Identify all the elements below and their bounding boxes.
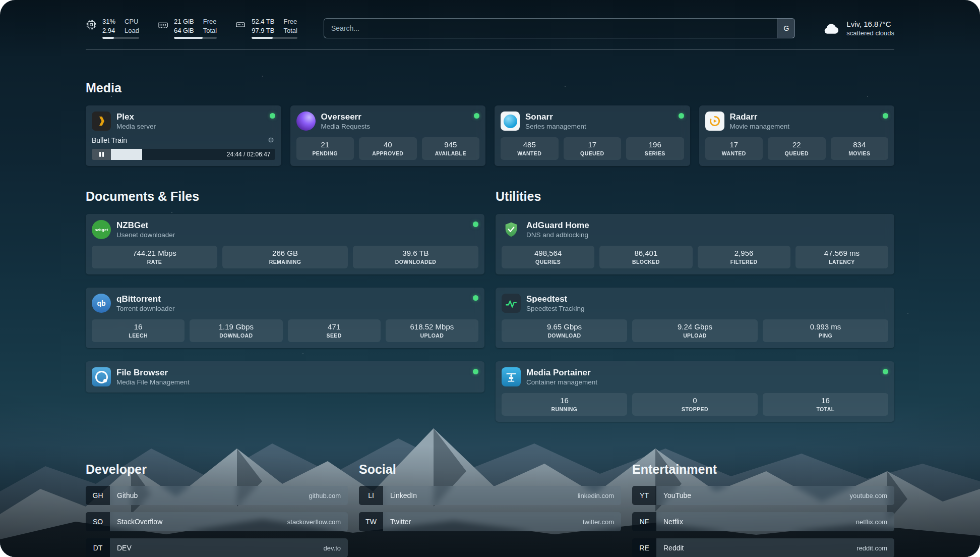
disk-free-value: 52.4 TB (252, 17, 274, 26)
bookmark-stackoverflow[interactable]: SO StackOverflow stackoverflow.com (86, 512, 348, 531)
nzbget-app-link[interactable]: nzbget NZBGet Usenet downloader (92, 220, 175, 239)
topbar: 31% CPU 2.94 Load (86, 0, 894, 39)
pause-button[interactable] (92, 149, 111, 160)
bookmark-youtube[interactable]: YT YouTube youtube.com (632, 486, 894, 505)
bookmark-url: linkedin.com (578, 492, 614, 499)
disk-icon (235, 19, 246, 32)
topbar-divider (86, 49, 894, 49)
bookmark-abbr: RE (632, 538, 656, 557)
stat: 9.24 Gbps UPLOAD (632, 319, 758, 342)
weather-location: Lviv, 16.87°C (846, 19, 894, 29)
cpu-progress-bar (102, 37, 139, 39)
portainer-app-link[interactable]: Media Portainer Container management (502, 367, 597, 386)
search-provider-button[interactable]: G (777, 18, 795, 38)
bookmark-reddit[interactable]: RE Reddit reddit.com (632, 538, 894, 557)
adguard-icon (502, 220, 521, 239)
card-speedtest: Speedtest Speedtest Tracking 9.65 Gbps D… (496, 288, 894, 348)
cpu-icon (86, 19, 97, 32)
adguard-app-link[interactable]: AdGuard Home DNS and adblocking (502, 220, 589, 239)
bookmark-abbr: YT (632, 486, 656, 505)
speedtest-app-link[interactable]: Speedtest Speedtest Tracking (502, 294, 585, 313)
section-media: Media Plex Media server (86, 81, 894, 166)
bookmark-netflix[interactable]: NF Netflix netflix.com (632, 512, 894, 531)
portainer-icon (502, 367, 521, 386)
qbittorrent-icon: qb (92, 294, 111, 313)
bookmark-abbr: DT (86, 538, 110, 557)
app-name: Radarr (730, 112, 790, 122)
bookmark-name: Twitter (390, 518, 411, 526)
app-name: NZBGet (116, 220, 175, 231)
bookmark-linkedin[interactable]: LI LinkedIn linkedin.com (359, 486, 621, 505)
stat: 17 QUEUED (564, 137, 622, 160)
status-dot-online (474, 113, 479, 119)
bookmark-name: YouTube (663, 491, 691, 499)
section-title-developer: Developer (86, 462, 348, 477)
bookmark-github[interactable]: GH Github github.com (86, 486, 348, 505)
bookmark-abbr: SO (86, 512, 110, 531)
app-name: qBittorrent (116, 294, 175, 304)
cpu-load-value: 2.94 (102, 26, 115, 35)
app-name: File Browser (116, 367, 190, 378)
bookmark-name: DEV (117, 544, 132, 552)
cpu-load-label: Load (125, 26, 139, 35)
search-bar: G (324, 18, 795, 38)
app-description: DNS and adblocking (526, 231, 589, 239)
overseerr-app-link[interactable]: Overseerr Media Requests (296, 112, 371, 131)
stat: 485 WANTED (501, 137, 559, 160)
stat: 471 SEED (288, 319, 381, 342)
filebrowser-icon (92, 367, 111, 386)
memory-free-label: Free (203, 17, 217, 26)
radarr-app-link[interactable]: Radarr Movie management (705, 112, 790, 131)
status-dot-online (473, 221, 478, 227)
playback-time: 24:44 / 02:06:47 (227, 149, 271, 160)
cpu-widget: 31% CPU 2.94 Load (86, 17, 139, 39)
memory-free-value: 21 GiB (174, 17, 194, 26)
bookmark-group-entertainment: Entertainment YT YouTube youtube.com NF … (632, 462, 894, 557)
card-plex: Plex Media server Bullet Train (86, 105, 281, 166)
memory-progress-bar (174, 37, 217, 39)
card-radarr: Radarr Movie management 17 WANTED 22 (699, 105, 895, 166)
stat: 47.569 ms LATENCY (795, 246, 888, 268)
app-description: Series management (525, 122, 586, 131)
stat: 21 PENDING (296, 137, 354, 160)
stat: 834 MOVIES (831, 137, 889, 160)
bookmark-abbr: TW (359, 512, 383, 531)
sonarr-app-link[interactable]: Sonarr Series management (501, 112, 586, 131)
app-name: Speedtest (526, 294, 585, 304)
stat: 196 SERIES (626, 137, 684, 160)
stat: 40 APPROVED (359, 137, 417, 160)
bookmark-name: StackOverflow (117, 518, 162, 526)
stat: 744.21 Mbps RATE (92, 246, 217, 268)
card-qbittorrent: qb qBittorrent Torrent downloader 16 LEE… (86, 288, 484, 348)
gear-icon[interactable] (267, 136, 275, 144)
stat: 86,401 BLOCKED (599, 246, 692, 268)
bookmark-url: github.com (309, 492, 341, 499)
app-name: AdGuard Home (526, 220, 589, 231)
bookmark-twitter[interactable]: TW Twitter twitter.com (359, 512, 621, 531)
app-description: Media server (116, 122, 156, 131)
qbittorrent-app-link[interactable]: qb qBittorrent Torrent downloader (92, 294, 175, 313)
card-adguard: AdGuard Home DNS and adblocking 498,564 … (496, 214, 894, 274)
search-input[interactable] (324, 18, 795, 38)
app-name: Plex (116, 112, 156, 122)
disk-total-label: Total (283, 26, 297, 35)
bookmark-url: youtube.com (850, 492, 887, 499)
stat: 17 WANTED (705, 137, 763, 160)
bookmark-url: stackoverflow.com (287, 518, 341, 526)
bookmark-group-developer: Developer GH Github github.com SO StackO… (86, 462, 348, 557)
stat: 1.19 Gbps DOWNLOAD (190, 319, 282, 342)
nzbget-icon: nzbget (92, 220, 111, 239)
bookmark-name: LinkedIn (390, 491, 417, 499)
plex-app-link[interactable]: Plex Media server (92, 112, 156, 131)
card-nzbget: nzbget NZBGet Usenet downloader 744.21 M… (86, 214, 484, 274)
bookmark-group-social: Social LI LinkedIn linkedin.com TW Twitt… (359, 462, 621, 557)
bookmark-dev[interactable]: DT DEV dev.to (86, 538, 348, 557)
stat: 22 QUEUED (768, 137, 826, 160)
disk-progress-bar (252, 37, 297, 39)
filebrowser-app-link[interactable]: File Browser Media File Management (92, 367, 190, 386)
overseerr-icon (296, 112, 316, 131)
stat: 498,564 QUERIES (502, 246, 594, 268)
bookmark-name: Github (117, 491, 138, 499)
plex-icon (92, 112, 111, 131)
resource-widgets: 31% CPU 2.94 Load (86, 17, 297, 39)
